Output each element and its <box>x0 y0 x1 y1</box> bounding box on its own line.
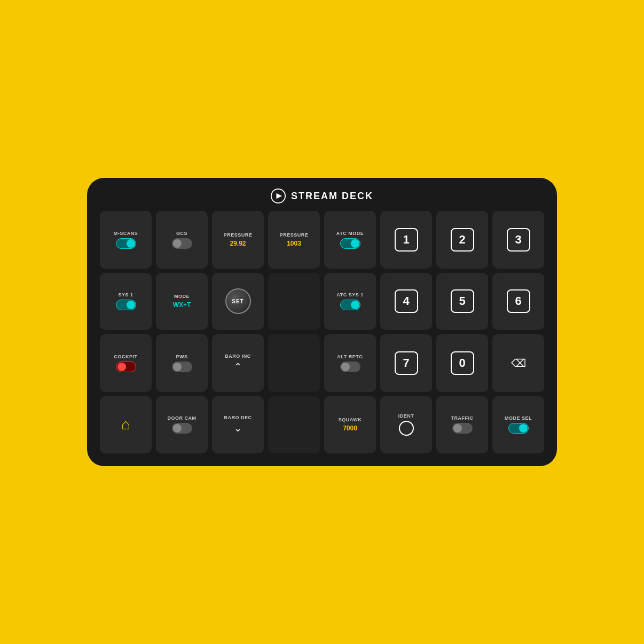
baro-inc-arrow: ⌃ <box>234 361 242 373</box>
num-0-button[interactable]: 0 <box>436 334 488 392</box>
baro-dec-arrow: ⌄ <box>234 422 242 434</box>
m-scans-toggle <box>116 238 136 249</box>
set-label: SET <box>232 299 244 304</box>
mode-label: MODE <box>174 294 190 299</box>
squawk-value: 7000 <box>343 425 357 432</box>
sys-1-toggle <box>116 300 136 310</box>
pws-button[interactable]: PWS <box>156 334 208 392</box>
num-0-box: 0 <box>451 351 474 375</box>
brand-label: STREAM DECK <box>291 191 373 202</box>
blank-1-button <box>268 273 320 331</box>
baro-inc-label: BARO INC <box>225 354 251 359</box>
pressure-1-value: 29.92 <box>230 240 246 247</box>
deck-header: STREAM DECK <box>271 189 373 203</box>
atc-sys-1-label: ATC SYS 1 <box>336 292 363 297</box>
traffic-toggle <box>452 423 473 434</box>
num-5-box: 5 <box>451 289 474 313</box>
num-1-button[interactable]: 1 <box>380 211 432 269</box>
sys-1-button[interactable]: SYS 1 <box>100 273 152 331</box>
button-grid: M-SCANS GCS PRESSURE 29.92 PRESSURE 1003… <box>100 211 544 453</box>
gcs-toggle <box>172 238 192 249</box>
atc-mode-button[interactable]: ATC MODE <box>324 211 376 269</box>
squawk-label: SQUAWK <box>339 417 362 422</box>
traffic-button[interactable]: TRAFFIC <box>436 396 488 454</box>
num-1-box: 1 <box>395 228 418 252</box>
ident-label: IDENT <box>398 413 414 419</box>
pws-toggle <box>172 362 192 372</box>
door-cam-button[interactable]: DOOR CAM <box>156 396 208 454</box>
cockpit-button[interactable]: COCKPIT <box>100 334 152 392</box>
num-6-button[interactable]: 6 <box>492 273 544 331</box>
gcs-label: GCS <box>176 231 187 236</box>
baro-inc-button[interactable]: BARO INC ⌃ <box>212 334 264 392</box>
mode-value: WX+T <box>173 301 191 309</box>
alt-rptg-button[interactable]: ALT RPTG <box>324 334 376 392</box>
pressure-2-button[interactable]: PRESSURE 1003 <box>268 211 320 269</box>
num-2-button[interactable]: 2 <box>436 211 488 269</box>
cockpit-toggle <box>116 362 136 372</box>
mode-sel-toggle <box>508 423 529 434</box>
blank-2-button <box>268 334 320 392</box>
stream-deck-panel: STREAM DECK M-SCANS GCS PRESSURE 29.92 P… <box>87 178 557 466</box>
blank-3-button <box>268 396 320 454</box>
m-scans-label: M-SCANS <box>114 231 138 236</box>
pressure-1-label: PRESSURE <box>224 232 253 238</box>
backspace-icon: ⌫ <box>511 357 526 370</box>
mode-button[interactable]: MODE WX+T <box>156 273 208 331</box>
num-2-box: 2 <box>451 228 474 252</box>
baro-dec-button[interactable]: BARO DEC ⌄ <box>212 396 264 454</box>
atc-mode-toggle <box>340 238 360 249</box>
atc-mode-label: ATC MODE <box>336 231 364 236</box>
home-button[interactable]: ⌂ <box>100 396 152 454</box>
set-knob: SET <box>225 288 251 314</box>
num-3-button[interactable]: 3 <box>492 211 544 269</box>
num-7-button[interactable]: 7 <box>380 334 432 392</box>
door-cam-toggle <box>172 423 192 434</box>
num-6-box: 6 <box>507 289 530 313</box>
svg-marker-1 <box>276 193 282 199</box>
cockpit-label: COCKPIT <box>114 354 138 359</box>
mode-sel-button[interactable]: MODE SEL <box>492 396 544 454</box>
door-cam-label: DOOR CAM <box>168 415 197 421</box>
stream-deck-logo <box>271 189 286 203</box>
num-5-button[interactable]: 5 <box>436 273 488 331</box>
pressure-1-button[interactable]: PRESSURE 29.92 <box>212 211 264 269</box>
atc-sys-1-button[interactable]: ATC SYS 1 <box>324 273 376 331</box>
traffic-label: TRAFFIC <box>451 415 474 421</box>
mode-sel-label: MODE SEL <box>505 415 532 421</box>
pws-label: PWS <box>176 354 187 359</box>
home-icon: ⌂ <box>121 416 130 433</box>
pressure-2-value: 1003 <box>287 240 301 247</box>
ident-button[interactable]: IDENT <box>380 396 432 454</box>
m-scans-button[interactable]: M-SCANS <box>100 211 152 269</box>
num-4-box: 4 <box>395 289 418 313</box>
gcs-button[interactable]: GCS <box>156 211 208 269</box>
sys-1-label: SYS 1 <box>118 292 133 297</box>
backspace-button[interactable]: ⌫ <box>492 334 544 392</box>
num-7-box: 7 <box>395 351 418 375</box>
num-3-box: 3 <box>507 228 530 252</box>
squawk-button[interactable]: SQUAWK 7000 <box>324 396 376 454</box>
alt-rptg-toggle <box>340 362 360 372</box>
num-4-button[interactable]: 4 <box>380 273 432 331</box>
alt-rptg-label: ALT RPTG <box>337 354 363 359</box>
atc-sys-1-toggle <box>340 300 360 310</box>
ident-circle <box>399 421 414 436</box>
pressure-2-label: PRESSURE <box>280 232 309 238</box>
baro-dec-label: BARO DEC <box>224 415 252 420</box>
set-button[interactable]: SET <box>212 273 264 331</box>
